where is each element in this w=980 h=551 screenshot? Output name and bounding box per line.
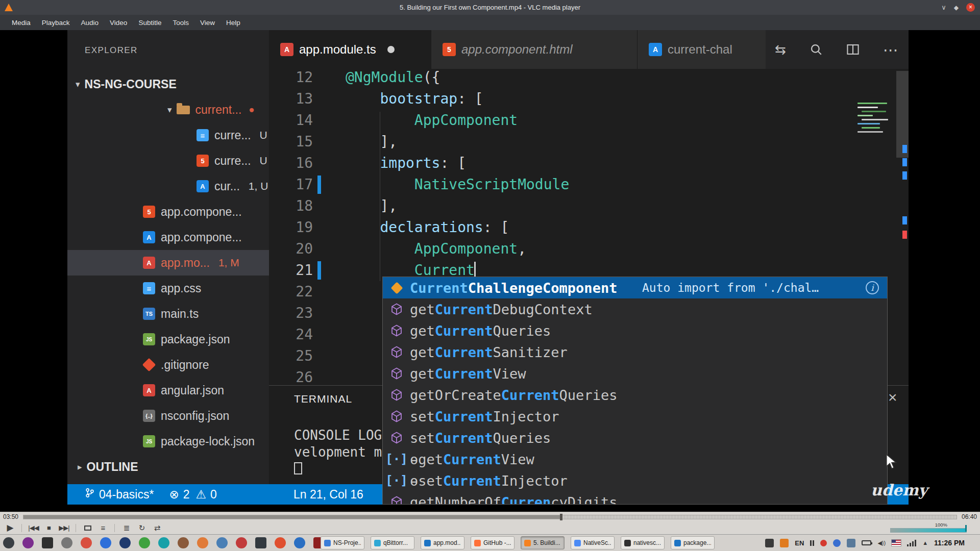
tray-network-icon[interactable] — [833, 539, 841, 547]
taskbar-window-vlc-active[interactable]: 5. Buildi... — [521, 536, 565, 549]
app-menu-icon[interactable] — [3, 537, 14, 548]
tree-item-gitignore[interactable]: .gitignore — [67, 352, 269, 378]
code-line[interactable]: 20 AppComponent, — [269, 238, 897, 260]
suggestion-item[interactable]: setCurrentInjector — [383, 406, 887, 427]
next-button[interactable]: ▶▶| — [58, 522, 70, 533]
tree-item-package-json[interactable]: JS package.json — [67, 327, 269, 352]
maximize-icon[interactable]: ◆ — [954, 4, 959, 11]
taskbar-window-package[interactable]: package... — [671, 536, 715, 549]
tree-item-component-css[interactable]: ≡ curre... U — [67, 122, 269, 148]
more-actions-icon[interactable]: ⋯ — [883, 41, 898, 59]
tray-volume-icon[interactable]: ◀)) — [877, 540, 886, 546]
code-line[interactable]: 16 imports: [ — [269, 153, 897, 174]
suggestion-item[interactable]: getCurrentSanitizer — [383, 341, 887, 363]
taskbar-window-files[interactable]: NS-Proje... — [321, 536, 364, 549]
suggestion-item[interactable]: [·] ɵsetCurrentInjector — [383, 470, 887, 491]
tray-update-icon[interactable] — [780, 539, 789, 547]
code-line[interactable]: 15 ], — [269, 131, 897, 153]
loop-button[interactable]: ↻ — [136, 522, 148, 533]
launcher-icon[interactable] — [119, 537, 131, 548]
code-line[interactable]: 14 AppComponent — [269, 110, 897, 131]
tray-display-icon[interactable] — [765, 539, 774, 547]
launcher-icon[interactable] — [255, 537, 266, 548]
taskbar-window-qbittorrent[interactable]: qBittorr... — [371, 536, 414, 549]
minimize-icon[interactable]: ∨ — [941, 4, 946, 11]
tree-item-current-folder[interactable]: ▾ current... ● — [67, 97, 269, 122]
terminal-launcher-icon[interactable] — [42, 537, 53, 548]
tray-pause-icon[interactable] — [810, 540, 814, 546]
launcher-icon[interactable] — [61, 537, 72, 548]
volume-handle[interactable] — [965, 525, 967, 532]
menu-help[interactable]: Help — [220, 19, 246, 27]
launcher-icon[interactable] — [275, 537, 286, 548]
launcher-icon[interactable] — [100, 537, 111, 548]
tray-shield-icon[interactable] — [847, 539, 855, 547]
unsaved-dot-icon[interactable] — [387, 46, 395, 53]
suggestion-item[interactable]: [·] ɵgetCurrentView — [383, 448, 887, 470]
video-canvas[interactable]: EXPLORER ▾ NS-NG-COURSE ▾ current... ● ≡… — [0, 30, 980, 512]
terminal-tab[interactable]: TERMINAL — [294, 393, 352, 405]
seek-handle[interactable] — [560, 514, 562, 520]
play-button[interactable]: ▶ — [4, 522, 16, 533]
seek-slider[interactable] — [23, 515, 957, 519]
stop-button[interactable]: ■ — [43, 522, 55, 533]
error-count[interactable]: 2 — [183, 488, 190, 502]
extended-settings-button[interactable]: ≡ — [97, 522, 109, 533]
menu-view[interactable]: View — [194, 19, 220, 27]
minimap[interactable] — [857, 103, 887, 104]
tab-app-component-html[interactable]: 5 app.component.html — [431, 30, 638, 69]
previous-button[interactable]: |◀◀ — [28, 522, 39, 533]
launcher-icon[interactable] — [139, 537, 150, 548]
launcher-icon[interactable] — [81, 537, 92, 548]
suggestion-item[interactable]: getOrCreateCurrentQueries — [383, 384, 887, 406]
tree-item-package-lock-json[interactable]: JS package-lock.json — [67, 429, 269, 454]
tree-root-ns-ng-course[interactable]: ▾ NS-NG-COURSE — [67, 71, 269, 97]
branch-name[interactable]: 04-basics* — [99, 488, 154, 502]
taskbar-clock[interactable]: 11:26 PM — [934, 539, 965, 547]
menu-media[interactable]: Media — [6, 19, 36, 27]
tab-app-module-ts[interactable]: A app.module.ts — [269, 30, 431, 69]
tray-battery-icon[interactable] — [862, 540, 871, 545]
language-indicator[interactable]: EN — [795, 539, 804, 547]
tray-wifi-icon[interactable] — [907, 540, 916, 546]
tree-item-app-component-html[interactable]: 5 app.compone... — [67, 199, 269, 224]
suggestion-item[interactable]: setCurrentQueries — [383, 427, 887, 448]
warning-count[interactable]: 0 — [210, 488, 217, 502]
launcher-icon[interactable] — [197, 537, 208, 548]
taskbar-window-terminal[interactable]: nativesc... — [621, 536, 665, 549]
volume-slider[interactable] — [890, 528, 967, 533]
tree-item-app-component-ts[interactable]: A app.compone... — [67, 224, 269, 250]
launcher-icon[interactable] — [22, 537, 34, 548]
close-panel-icon[interactable]: × — [888, 390, 897, 405]
tab-current-challenge[interactable]: A current-chal — [638, 30, 766, 69]
code-line[interactable]: 17 NativeScriptModule — [269, 174, 897, 195]
menu-audio[interactable]: Audio — [76, 19, 105, 27]
tree-item-component-ts[interactable]: A cur... 1, U — [67, 173, 269, 199]
launcher-icon[interactable] — [158, 537, 169, 548]
tree-item-nsconfig-json[interactable]: {..} nsconfig.json — [67, 403, 269, 429]
code-line[interactable]: 12@NgModule({ — [269, 67, 897, 88]
tree-item-component-html[interactable]: 5 curre... U — [67, 148, 269, 173]
tree-item-app-module-ts[interactable]: A app.mo... 1, M — [67, 250, 269, 276]
suggestion-item[interactable]: getCurrentView — [383, 363, 887, 384]
code-line[interactable]: 13 bootstrap: [ — [269, 88, 897, 110]
suggestion-item[interactable]: getCurrentDebugContext — [383, 298, 887, 320]
menu-tools[interactable]: Tools — [167, 19, 194, 27]
launcher-icon[interactable] — [236, 537, 247, 548]
tree-item-app-css[interactable]: ≡ app.css — [67, 276, 269, 301]
launcher-icon[interactable] — [294, 537, 305, 548]
menu-subtitle[interactable]: Subtitle — [133, 19, 167, 27]
menu-playback[interactable]: Playback — [36, 19, 76, 27]
suggestion-item[interactable]: getNumberOfCurrencyDigits — [383, 491, 887, 505]
tree-item-main-ts[interactable]: TS main.ts — [67, 301, 269, 327]
suggestion-item[interactable]: getCurrentQueries — [383, 320, 887, 341]
close-icon[interactable]: × — [966, 3, 975, 12]
launcher-icon[interactable] — [178, 537, 189, 548]
tray-expand-icon[interactable]: ▲ — [922, 540, 928, 546]
tray-record-icon[interactable] — [820, 540, 827, 546]
launcher-icon[interactable] — [216, 537, 228, 548]
info-icon[interactable]: i — [866, 281, 879, 294]
us-flag-icon[interactable] — [892, 540, 901, 546]
outline-section[interactable]: ▸ OUTLINE — [67, 454, 269, 480]
code-line[interactable]: 18 ], — [269, 195, 897, 217]
